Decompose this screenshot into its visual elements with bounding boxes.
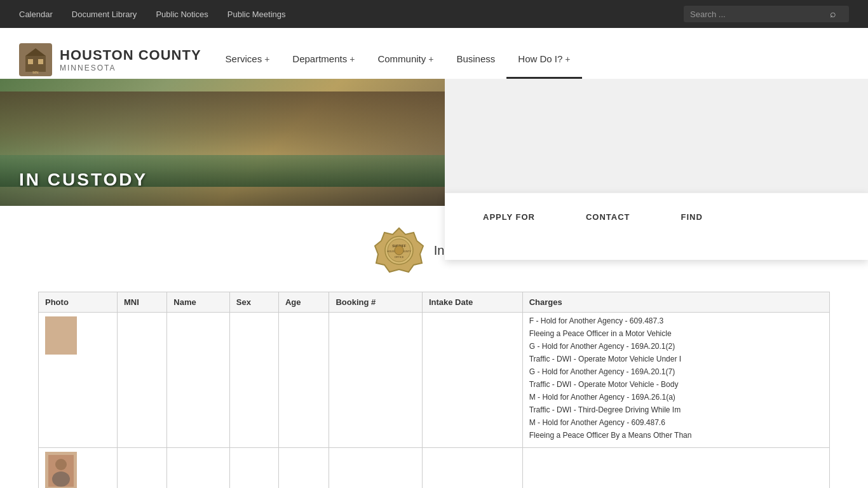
nav-community[interactable]: Community + [366, 41, 445, 79]
table-row: F - Hold for Another Agency - 609.487.3 … [39, 313, 830, 448]
svg-text:OFFICE: OFFICE [394, 255, 403, 259]
hero-title: IN CUSTODY [19, 170, 426, 190]
top-bar: Calendar Document Library Public Notices… [0, 0, 868, 28]
how-do-i-dropdown: APPLY FOR CONTACT FIND [445, 193, 868, 260]
svg-text:MN: MN [32, 71, 38, 74]
cell-name [167, 313, 230, 448]
svg-rect-2 [28, 59, 33, 64]
cell-charges: F - Hold for Another Agency - 609.487.3 … [522, 313, 829, 448]
site-subtitle: MINNESOTA [60, 64, 201, 72]
charge-line: G - Hold for Another Agency - 169A.20.1(… [529, 367, 823, 376]
sheriff-badge-icon: SHERIFF HOUSTON COUNTY OFFICE [374, 225, 424, 276]
cell-mni [117, 448, 166, 489]
col-name: Name [167, 292, 230, 313]
cell-name [167, 448, 230, 489]
top-nav-calendar[interactable]: Calendar [19, 10, 53, 19]
charge-line: Fleeing a Peace Officer By a Means Other… [529, 431, 823, 440]
hero-overlay: IN CUSTODY [0, 157, 445, 206]
cell-charges [522, 448, 829, 489]
site-title-area: HOUSTON COUNTY MINNESOTA [60, 47, 201, 72]
charge-line: M - Hold for Another Agency - 169A.26.1(… [529, 393, 823, 402]
site-name: HOUSTON COUNTY [60, 47, 201, 64]
svg-point-15 [52, 471, 70, 487]
col-charges: Charges [522, 292, 829, 313]
search-button[interactable]: ⌕ [830, 8, 836, 20]
charge-line: Traffic - DWI - Operate Motor Vehicle - … [529, 380, 823, 389]
col-photo: Photo [39, 292, 118, 313]
cell-photo [39, 313, 118, 448]
cell-sex [229, 313, 278, 448]
cell-booking [329, 313, 422, 448]
cell-photo [39, 448, 118, 489]
dropdown-apply-for-heading: APPLY FOR [483, 212, 535, 222]
charge-line: F - Hold for Another Agency - 609.487.3 [529, 316, 823, 325]
nav-how-do-i[interactable]: How Do I? + [506, 41, 581, 79]
table-row [39, 448, 830, 489]
photo-person [45, 452, 77, 488]
col-intake-date: Intake Date [422, 292, 522, 313]
col-age: Age [278, 292, 329, 313]
dropdown-find: FIND [681, 212, 703, 234]
main-nav: Services + Departments + Community + Bus… [214, 41, 849, 79]
custody-table: Photo MNI Name Sex Age Booking # Intake … [38, 292, 830, 488]
col-booking: Booking # [329, 292, 422, 313]
cell-booking [329, 448, 422, 489]
col-mni: MNI [117, 292, 166, 313]
dropdown-contact-heading: CONTACT [586, 212, 630, 222]
nav-services[interactable]: Services + [214, 41, 281, 79]
charge-line: G - Hold for Another Agency - 169A.20.1(… [529, 342, 823, 351]
svg-point-12 [395, 246, 403, 255]
how-do-i-plus-icon: + [565, 54, 570, 64]
cell-intake-date [422, 313, 522, 448]
charge-line: Traffic - DWI - Operate Motor Vehicle Un… [529, 355, 823, 363]
services-plus-icon: + [264, 54, 269, 64]
nav-departments[interactable]: Departments + [281, 41, 366, 79]
photo-empty [45, 316, 77, 355]
site-header: MN HOUSTON COUNTY MINNESOTA Services + D… [0, 28, 868, 79]
nav-business[interactable]: Business [445, 41, 506, 79]
charge-line: Traffic - DWI - Third-Degree Driving Whi… [529, 405, 823, 414]
site-logo: MN [19, 43, 52, 76]
logo-link[interactable]: MN HOUSTON COUNTY MINNESOTA [19, 43, 201, 76]
cell-intake-date [422, 448, 522, 489]
dropdown-contact: CONTACT [586, 212, 630, 234]
dropdown-apply-for: APPLY FOR [483, 212, 535, 234]
community-plus-icon: + [428, 54, 433, 64]
svg-rect-3 [38, 59, 43, 64]
cell-mni [117, 313, 166, 448]
table-header-row: Photo MNI Name Sex Age Booking # Intake … [39, 292, 830, 313]
top-nav-public-meetings[interactable]: Public Meetings [227, 10, 286, 19]
hero-banner: IN CUSTODY [0, 79, 445, 206]
search-input[interactable] [690, 10, 830, 19]
cell-sex [229, 448, 278, 489]
cell-age [278, 313, 329, 448]
top-bar-nav: Calendar Document Library Public Notices… [19, 10, 286, 19]
charge-line: M - Hold for Another Agency - 609.487.6 [529, 418, 823, 427]
charge-line: Fleeing a Peace Officer in a Motor Vehic… [529, 329, 823, 338]
svg-point-14 [55, 459, 67, 470]
dropdown-find-heading: FIND [681, 212, 703, 222]
top-nav-document-library[interactable]: Document Library [72, 10, 137, 19]
col-sex: Sex [229, 292, 278, 313]
cell-age [278, 448, 329, 489]
departments-plus-icon: + [349, 54, 355, 64]
top-nav-public-notices[interactable]: Public Notices [156, 10, 208, 19]
search-container: ⌕ [684, 6, 849, 22]
